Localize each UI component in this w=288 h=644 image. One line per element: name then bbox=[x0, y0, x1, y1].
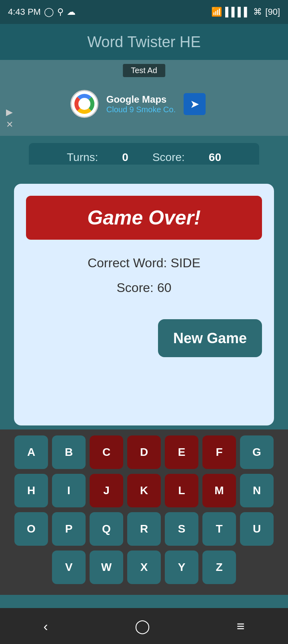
key-W[interactable]: W bbox=[90, 551, 123, 584]
turns-label: Turns: bbox=[67, 151, 98, 164]
battery-display: [90] bbox=[265, 7, 280, 17]
key-I[interactable]: I bbox=[52, 474, 86, 507]
back-button[interactable]: ‹ bbox=[43, 618, 48, 634]
new-game-button[interactable]: New Game bbox=[158, 319, 262, 357]
app-title: Word Twister HE bbox=[87, 34, 201, 51]
nav-bar: ‹ ◯ ≡ bbox=[0, 608, 288, 644]
key-P[interactable]: P bbox=[52, 512, 86, 546]
ad-banner: Test Ad Google Maps Cloud 9 Smoke Co. ➤ … bbox=[0, 60, 288, 136]
home-button[interactable]: ◯ bbox=[135, 618, 150, 634]
ad-close-icon[interactable]: ✕ bbox=[6, 119, 13, 130]
key-X[interactable]: X bbox=[127, 551, 161, 584]
whatsapp-icon: ◯ bbox=[44, 7, 54, 17]
score-label: Score: bbox=[152, 151, 185, 164]
key-U[interactable]: U bbox=[240, 512, 274, 546]
wifi-icon: ⌘ bbox=[253, 7, 262, 17]
key-A[interactable]: A bbox=[14, 435, 48, 469]
ad-controls: ▶ ✕ bbox=[6, 107, 13, 130]
keyboard-row-1: A B C D E F G bbox=[4, 435, 284, 469]
key-B[interactable]: B bbox=[52, 435, 86, 469]
cloud-icon: ☁ bbox=[67, 7, 76, 17]
key-K[interactable]: K bbox=[127, 474, 161, 507]
app-header: Word Twister HE bbox=[0, 24, 288, 60]
status-left: 4:43 PM ◯ ⚲ ☁ bbox=[8, 7, 76, 17]
status-right: 📶 ▌▌▌▌ ⌘ [90] bbox=[211, 7, 280, 17]
game-over-modal: Game Over! Correct Word: SIDE Score: 60 … bbox=[14, 184, 274, 425]
key-G[interactable]: G bbox=[240, 435, 274, 469]
key-V[interactable]: V bbox=[52, 551, 86, 584]
signal-icon: ▌▌▌▌ bbox=[225, 7, 250, 17]
key-S[interactable]: S bbox=[165, 512, 198, 546]
final-score-display: Score: 60 bbox=[26, 280, 262, 295]
key-N[interactable]: N bbox=[240, 474, 274, 507]
key-Q[interactable]: Q bbox=[90, 512, 123, 546]
key-L[interactable]: L bbox=[165, 474, 198, 507]
correct-word-display: Correct Word: SIDE bbox=[26, 256, 262, 270]
key-Y[interactable]: Y bbox=[165, 551, 198, 584]
key-H[interactable]: H bbox=[14, 474, 48, 507]
key-O[interactable]: O bbox=[14, 512, 48, 546]
key-E[interactable]: E bbox=[165, 435, 198, 469]
key-D[interactable]: D bbox=[127, 435, 161, 469]
time-display: 4:43 PM bbox=[8, 7, 41, 17]
menu-button[interactable]: ≡ bbox=[237, 618, 245, 634]
key-T[interactable]: T bbox=[202, 512, 236, 546]
key-C[interactable]: C bbox=[90, 435, 123, 469]
game-over-text: Game Over! bbox=[87, 206, 200, 229]
google-ring-icon bbox=[74, 94, 94, 114]
status-bar: 4:43 PM ◯ ⚲ ☁ 📶 ▌▌▌▌ ⌘ [90] bbox=[0, 0, 288, 24]
google-logo bbox=[70, 90, 98, 118]
ad-play-icon[interactable]: ▶ bbox=[6, 107, 13, 117]
score-value: 60 bbox=[209, 151, 221, 164]
key-M[interactable]: M bbox=[202, 474, 236, 507]
ad-label: Test Ad bbox=[123, 64, 165, 77]
ad-company: Google Maps bbox=[106, 94, 176, 105]
game-over-banner: Game Over! bbox=[26, 196, 262, 240]
key-F[interactable]: F bbox=[202, 435, 236, 469]
keyboard-row-2: H I J K L M N bbox=[4, 474, 284, 507]
key-Z[interactable]: Z bbox=[202, 551, 236, 584]
keyboard-row-4: V W X Y Z bbox=[4, 551, 284, 584]
vibrate-icon: 📶 bbox=[211, 7, 222, 17]
turns-value: 0 bbox=[122, 151, 128, 164]
ad-subtitle: Cloud 9 Smoke Co. bbox=[106, 105, 176, 114]
key-J[interactable]: J bbox=[90, 474, 123, 507]
usb-icon: ⚲ bbox=[57, 7, 64, 17]
ad-arrow-icon[interactable]: ➤ bbox=[184, 93, 206, 115]
ad-content: Google Maps Cloud 9 Smoke Co. ➤ bbox=[70, 90, 218, 118]
key-R[interactable]: R bbox=[127, 512, 161, 546]
keyboard: A B C D E F G H I J K L M N O P Q R S T … bbox=[0, 429, 288, 595]
ad-text: Google Maps Cloud 9 Smoke Co. bbox=[106, 94, 176, 114]
keyboard-row-3: O P Q R S T U bbox=[4, 512, 284, 546]
